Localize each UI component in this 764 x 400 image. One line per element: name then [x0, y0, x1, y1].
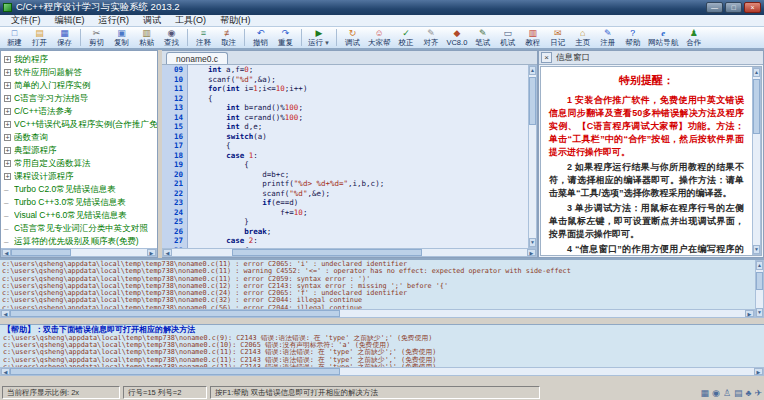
output-vscrollbar[interactable]: ▲ ▼ — [755, 260, 764, 318]
menu-item-3[interactable]: 调试 — [136, 14, 168, 27]
sidebar-item-0[interactable]: +我的程序 — [4, 53, 157, 66]
dropdown-arrow-icon[interactable]: ▼ — [324, 40, 330, 46]
sidebar-item-4[interactable]: +C/C++语法参考 — [4, 105, 157, 118]
machine-test-button[interactable]: ▭机试 — [495, 27, 520, 48]
help-button[interactable]: ？帮助 — [620, 27, 645, 48]
tray-icon-2[interactable]: ♙ — [723, 387, 731, 399]
homepage-button[interactable]: ⌂主页 — [570, 27, 595, 48]
line-number[interactable]: 14 — [162, 113, 187, 123]
line-number[interactable]: 24 — [162, 208, 187, 218]
diary-button[interactable]: ✉日记 — [545, 27, 570, 48]
scrollbar-thumb[interactable] — [232, 249, 422, 256]
open-button[interactable]: ▤打开 — [27, 27, 52, 48]
run-button[interactable]: ▶运行▼ — [305, 27, 333, 48]
scroll-down-icon[interactable]: ▼ — [753, 245, 760, 254]
expand-plus-icon[interactable]: + — [4, 82, 11, 89]
line-number[interactable]: 11 — [162, 84, 187, 94]
code-line[interactable]: d=b+c; — [188, 170, 528, 180]
expand-plus-icon[interactable]: + — [4, 147, 11, 154]
debug-button[interactable]: ↻调试 — [340, 27, 365, 48]
sidebar-item-2[interactable]: +简单的入门程序实例 — [4, 79, 157, 92]
scrollbar-thumb[interactable] — [753, 79, 760, 134]
everyone-help-button[interactable]: ☺大家帮 — [365, 27, 394, 48]
line-number[interactable]: 27 — [162, 236, 187, 246]
cooperate-button[interactable]: ♟合作 — [681, 27, 706, 48]
sidebar-item-11[interactable]: –Turbo C++3.0常见错误信息表 — [4, 196, 157, 209]
code-line[interactable]: int a,f=0; — [188, 65, 528, 75]
code-line[interactable]: for(int i=1;i<=10;i++) — [188, 84, 528, 94]
code-line[interactable]: } — [188, 217, 528, 227]
code-line[interactable]: int c=rand()%100; — [188, 113, 528, 123]
help-hscrollbar[interactable]: ◀ ▶ — [0, 367, 764, 376]
expand-plus-icon[interactable]: + — [4, 56, 11, 63]
line-number[interactable]: 26 — [162, 227, 187, 237]
scroll-right-icon[interactable]: ▶ — [745, 310, 754, 317]
expand-plus-icon[interactable]: + — [4, 121, 11, 128]
scrollbar-thumb[interactable] — [529, 77, 536, 125]
cut-button[interactable]: ✂剪切 — [84, 27, 109, 48]
code-line[interactable]: { — [188, 160, 528, 170]
vc8-button[interactable]: ◆VC8.0 — [443, 27, 470, 48]
line-number[interactable]: 19 — [162, 160, 187, 170]
sidebar-item-10[interactable]: –Turbo C2.0常见错误信息表 — [4, 183, 157, 196]
code-line[interactable]: scanf("%d",&e); — [188, 189, 528, 199]
menu-item-1[interactable]: 编辑(E) — [48, 14, 92, 27]
editor-hscrollbar[interactable]: ◀ ▶ — [162, 248, 537, 257]
line-number[interactable]: 23 — [162, 198, 187, 208]
written-test-button[interactable]: ✎笔试 — [470, 27, 495, 48]
menu-item-2[interactable]: 运行(R) — [92, 14, 137, 27]
scrollbar-thumb[interactable] — [10, 368, 340, 375]
new-button[interactable]: □新建 — [2, 27, 27, 48]
sidebar-hscrollbar[interactable]: ◀ ▶ — [1, 248, 157, 257]
sidebar-item-8[interactable]: +常用自定义函数算法 — [4, 157, 157, 170]
code-line[interactable]: break; — [188, 227, 528, 237]
line-number[interactable]: 13 — [162, 103, 187, 113]
correct-button[interactable]: ✓校正 — [393, 27, 418, 48]
sidebar-item-1[interactable]: +软件应用问题解答 — [4, 66, 157, 79]
menu-item-4[interactable]: 工具(O) — [168, 14, 213, 27]
scroll-down-icon[interactable]: ▼ — [529, 238, 536, 247]
scroll-right-icon[interactable]: ▶ — [754, 368, 763, 375]
code-line[interactable]: scanf("%d",&a); — [188, 75, 528, 85]
editor-vscrollbar[interactable]: ▲ ▼ — [528, 65, 537, 248]
scroll-up-icon[interactable]: ▲ — [756, 261, 763, 270]
sidebar-item-12[interactable]: –Visual C++6.0常见错误信息表 — [4, 209, 157, 222]
save-button[interactable]: ▦保存 — [52, 27, 77, 48]
line-number[interactable]: 21 — [162, 179, 187, 189]
paste-button[interactable]: ▥粘贴 — [134, 27, 159, 48]
sidebar-item-5[interactable]: +VC++错误代码及程序实例(合作推广免费使用) — [4, 118, 157, 131]
tutorial-button[interactable]: ▥教程 — [520, 27, 545, 48]
close-button[interactable]: × — [744, 2, 761, 13]
line-number[interactable]: 18 — [162, 151, 187, 161]
expand-plus-icon[interactable]: + — [4, 134, 11, 141]
info-vscrollbar[interactable]: ▲ ▼ — [752, 67, 761, 255]
scroll-down-icon[interactable]: ▼ — [756, 308, 763, 317]
sidebar-item-13[interactable]: –C语言常见专业词汇分类中英文对照 — [4, 222, 157, 235]
redo-button[interactable]: ↷重复 — [273, 27, 298, 48]
info-close-icon[interactable]: × — [541, 52, 552, 63]
sidebar-item-9[interactable]: +课程设计源程序 — [4, 170, 157, 183]
scroll-right-icon[interactable]: ▶ — [527, 249, 536, 256]
line-number[interactable]: 17 — [162, 141, 187, 151]
line-number[interactable]: 20 — [162, 170, 187, 180]
scrollbar-thumb[interactable] — [756, 272, 763, 290]
copy-button[interactable]: ▣复制 — [109, 27, 134, 48]
expand-plus-icon[interactable]: + — [4, 173, 11, 180]
code-line[interactable]: case 2: — [188, 236, 528, 246]
line-number[interactable]: 15 — [162, 122, 187, 132]
scroll-up-icon[interactable]: ▲ — [529, 66, 536, 75]
expand-plus-icon[interactable]: + — [4, 108, 11, 115]
code-area[interactable]: 0910111213141516171819202122232425262728… — [162, 65, 528, 248]
code-line[interactable]: f+=10; — [188, 208, 528, 218]
code-lines[interactable]: int a,f=0; scanf("%d",&a); for(int i=1;i… — [188, 65, 528, 248]
maximize-button[interactable]: □ — [725, 2, 742, 13]
tray-icon-5[interactable]: ✈ — [754, 387, 762, 399]
line-number[interactable]: 12 — [162, 94, 187, 104]
tray-icon-3[interactable]: ▤ — [734, 387, 743, 399]
scroll-left-icon[interactable]: ◀ — [1, 310, 10, 317]
line-number[interactable]: 16 — [162, 132, 187, 142]
code-line[interactable]: switch(a) — [188, 132, 528, 142]
code-line[interactable]: { — [188, 141, 528, 151]
tray-icon-1[interactable]: ◉ — [712, 387, 720, 399]
find-button[interactable]: ◉查找 — [159, 27, 184, 48]
